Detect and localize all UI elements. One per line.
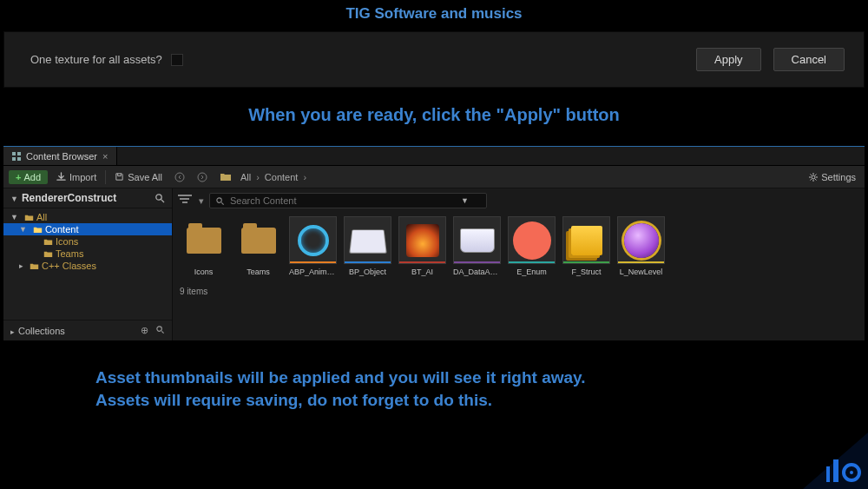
folder-icon: [33, 226, 43, 234]
item-label: BT_AI: [398, 268, 446, 276]
thumbnail: [453, 216, 501, 264]
svg-point-7: [156, 195, 161, 200]
type-underline: [399, 261, 445, 263]
chevron-right-icon: ›: [256, 172, 260, 182]
folder-icon: [24, 214, 34, 221]
folder-item[interactable]: Icons: [180, 216, 227, 276]
thumbnail: [289, 216, 337, 264]
type-underline: [290, 261, 336, 263]
tree-row-icons[interactable]: ▸Icons: [3, 235, 172, 248]
breadcrumb-folder-icon[interactable]: [216, 170, 235, 183]
search-input[interactable]: [230, 195, 456, 206]
settings-button[interactable]: Settings: [805, 170, 859, 184]
asset-art: [406, 224, 439, 257]
item-label: Teams: [234, 268, 282, 276]
search-icon: [215, 196, 225, 206]
item-label: ABP_AnimBP: [289, 268, 337, 276]
add-collection-button[interactable]: ⊕: [141, 325, 148, 336]
folder-icon: [43, 238, 53, 246]
save-icon: [115, 172, 124, 182]
page-title: TIG Software and musics: [0, 0, 868, 26]
tree-row-all[interactable]: ▼All: [3, 211, 172, 223]
chevron-right-icon: ›: [303, 172, 306, 182]
brand-corner-logo: [799, 428, 868, 489]
source-panel: ▼RendererConstruct ▼All▼Content▸Icons▸Te…: [3, 188, 173, 340]
chevron-right-icon: ▸: [10, 327, 15, 336]
tab-content-browser[interactable]: Content Browser ×: [3, 147, 117, 165]
add-label: Add: [23, 172, 41, 182]
chevron-down-icon: ▼: [10, 195, 18, 203]
type-underline: [563, 261, 609, 263]
history-back-button[interactable]: [171, 170, 188, 184]
search-content-box[interactable]: ▼: [209, 193, 487, 208]
asset-item[interactable]: ABP_AnimBP: [289, 216, 337, 276]
one-texture-checkbox[interactable]: [171, 54, 183, 66]
thumbnail: [398, 216, 446, 264]
folder-icon: [43, 250, 53, 258]
svg-point-8: [157, 327, 162, 332]
thumbnail: [180, 216, 227, 264]
item-label: DA_DataAsset: [453, 268, 501, 276]
asset-item[interactable]: E_Enum: [508, 216, 556, 276]
search-icon[interactable]: [155, 193, 165, 203]
project-header[interactable]: ▼RendererConstruct: [3, 188, 172, 208]
asset-art: [624, 223, 659, 258]
thumbnail: [562, 216, 610, 264]
tree-row-c-classes[interactable]: ▸C++ Classes: [3, 260, 172, 272]
asset-art: [460, 228, 495, 253]
svg-rect-3: [17, 157, 21, 161]
thumbnail: [617, 216, 665, 264]
separator: [105, 170, 106, 184]
tree-row-teams[interactable]: ▸Teams: [3, 248, 172, 260]
asset-item[interactable]: L_NewLevel: [617, 216, 665, 276]
crumb-all[interactable]: All: [240, 172, 251, 182]
add-button[interactable]: + Add: [9, 170, 48, 184]
asset-art: [571, 226, 602, 255]
item-label: E_Enum: [508, 268, 556, 276]
cancel-button[interactable]: Cancel: [773, 48, 845, 71]
chevron-down-icon[interactable]: ▼: [461, 196, 469, 205]
item-label: L_NewLevel: [617, 268, 665, 276]
svg-rect-0: [12, 152, 16, 155]
type-underline: [618, 261, 664, 263]
folder-item[interactable]: Teams: [234, 216, 282, 276]
search-icon[interactable]: [155, 325, 165, 336]
asset-item[interactable]: BT_AI: [398, 216, 446, 276]
tree-label: Icons: [56, 236, 78, 247]
chevron-down-icon[interactable]: ▾: [199, 195, 204, 207]
tree-label: Teams: [56, 248, 83, 259]
save-all-label: Save All: [128, 172, 162, 182]
import-label: Import: [69, 172, 96, 182]
filter-button[interactable]: [178, 195, 194, 207]
history-forward-button[interactable]: [194, 170, 211, 184]
toolbar: + Add Import Save All All › Cont: [3, 166, 865, 188]
svg-point-5: [198, 173, 207, 182]
asset-item[interactable]: F_Struct: [562, 216, 610, 276]
apply-button[interactable]: Apply: [696, 48, 761, 71]
svg-point-6: [812, 175, 815, 179]
gear-icon: [808, 172, 818, 182]
folder-icon: [30, 262, 39, 270]
instruction-after-apply: Asset thumbnails will be applied and you…: [0, 340, 712, 411]
save-all-button[interactable]: Save All: [111, 170, 166, 184]
crumb-content[interactable]: Content: [265, 172, 299, 182]
tree-row-content[interactable]: ▼Content: [3, 223, 172, 235]
tab-close-button[interactable]: ×: [102, 151, 108, 162]
dialog-panel: One texture for all assets? Apply Cancel: [3, 31, 865, 88]
tree-label: All: [36, 212, 47, 222]
thumbnail: [234, 216, 282, 264]
asset-item[interactable]: DA_DataAsset: [453, 216, 501, 276]
tab-label: Content Browser: [26, 151, 97, 162]
asset-item[interactable]: BP_Object: [344, 216, 391, 276]
thumbnail: [344, 216, 391, 264]
collections-header[interactable]: ▸Collections ⊕: [3, 320, 172, 340]
import-button[interactable]: Import: [53, 170, 100, 184]
thumbnail: [508, 216, 556, 264]
type-underline: [345, 261, 391, 263]
instruction-line: Assets will require saving, do not forge…: [95, 389, 712, 412]
collections-label: Collections: [18, 326, 65, 336]
settings-label: Settings: [821, 172, 856, 182]
item-label: Icons: [180, 268, 227, 276]
type-underline: [509, 261, 555, 263]
asset-art: [349, 229, 386, 253]
